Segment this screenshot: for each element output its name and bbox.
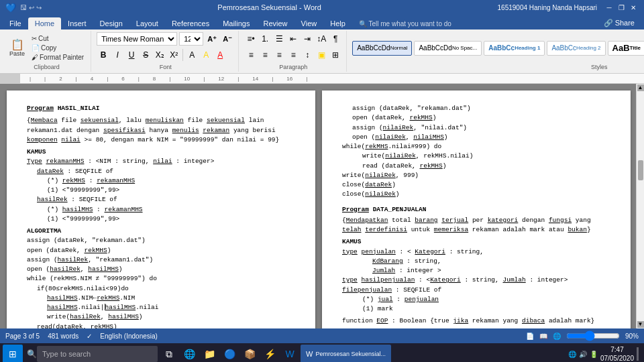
increase-indent-button[interactable]: ⇥: [301, 32, 314, 46]
ruler: | | 2 | 4 | 6 | 8 | 10 | 12 | 14 | 16 |: [0, 74, 644, 84]
zoom-level: 90%: [625, 333, 639, 340]
speaker-icon[interactable]: 🔊: [579, 351, 587, 358]
network-icon[interactable]: 🌐: [568, 351, 576, 358]
font-items: Times New Roman 12 A⁺ A⁻ B I U S X₂ X² A…: [97, 32, 234, 64]
search-taskbar: 🔍: [24, 345, 158, 362]
style-heading2[interactable]: AaBbCcHeading 2: [547, 41, 605, 56]
close-button[interactable]: ✕: [628, 2, 639, 13]
file-explorer-icon[interactable]: 📁: [200, 345, 219, 362]
italic-button[interactable]: I: [111, 48, 124, 62]
word-count: 481 words: [48, 333, 78, 340]
scroll-up-button[interactable]: ▲: [637, 84, 644, 91]
word-doc-name: Pemrosesan Sekuensial...: [315, 351, 386, 357]
numbering-button[interactable]: 1.: [258, 32, 272, 46]
track-changes-icon: ✓: [87, 333, 92, 340]
ribbon: 📋 Paste ✂ Cut 📄 Copy 🖌 Format Painter Cl…: [0, 29, 644, 74]
align-right-button[interactable]: ≡: [272, 48, 286, 62]
tab-home[interactable]: Home: [28, 17, 61, 29]
left-page-content: Program HASIL_NILAI {Membaca file sekuen…: [27, 104, 295, 328]
clipboard-label: Clipboard: [34, 64, 60, 70]
tab-references[interactable]: References: [165, 17, 216, 29]
font-size-select[interactable]: 12: [179, 32, 203, 46]
styles-items: AaBbCcDdNormal AaBbCcDdNo Spac... AaBbCc…: [352, 32, 644, 64]
search-icon: 🔍: [27, 349, 37, 359]
bold-button[interactable]: B: [97, 48, 110, 62]
bullets-button[interactable]: ≡•: [244, 32, 258, 46]
clipboard-items: 📋 Paste ✂ Cut 📄 Copy 🖌 Format Painter: [7, 32, 87, 64]
ribbon-tabs: File Home Insert Design Layout Reference…: [0, 15, 644, 29]
battery-icon[interactable]: 🔋: [590, 351, 598, 358]
justify-button[interactable]: ≡: [286, 48, 300, 62]
edge-icon[interactable]: 🌐: [180, 345, 199, 362]
align-left-button[interactable]: ≡: [244, 48, 258, 62]
format-painter-button[interactable]: 🖌 Format Painter: [29, 53, 87, 62]
font-name-select[interactable]: Times New Roman: [97, 32, 177, 46]
taskbar: ⊞ 🔍 ⧉ 🌐 📁 🔵 📦 ⚡ W W Pemrosesan Sekuensia…: [0, 343, 644, 362]
clock[interactable]: 7:47 07/05/2020: [600, 345, 634, 362]
taskbar-search-input[interactable]: [37, 346, 158, 362]
text-effects-button[interactable]: A: [185, 48, 199, 62]
style-normal[interactable]: AaBbCcDdNormal: [352, 41, 412, 56]
sort-button[interactable]: ↕A: [315, 32, 328, 46]
chrome-icon[interactable]: 🔵: [220, 345, 239, 362]
scroll-thumb[interactable]: [638, 160, 643, 180]
minimize-button[interactable]: ─: [604, 2, 614, 13]
borders-button[interactable]: ⊞: [329, 48, 342, 62]
app-icon-2[interactable]: W: [280, 345, 299, 362]
underline-button[interactable]: U: [125, 48, 138, 62]
line-spacing-button[interactable]: ↕: [301, 48, 314, 62]
subscript-button[interactable]: X₂: [153, 48, 166, 62]
start-button[interactable]: ⊞: [3, 345, 23, 362]
language-info: English (Indonesia): [100, 333, 158, 340]
style-nospace[interactable]: AaBbCcDdNo Spac...: [414, 41, 482, 56]
show-desktop-button[interactable]: [637, 347, 639, 361]
increase-font-button[interactable]: A⁺: [205, 32, 219, 46]
app-icon-1[interactable]: ⚡: [260, 345, 279, 362]
tab-view[interactable]: View: [294, 17, 324, 29]
show-formatting-button[interactable]: ¶: [329, 32, 342, 46]
decrease-indent-button[interactable]: ⇤: [286, 32, 300, 46]
task-view-button[interactable]: ⧉: [160, 345, 178, 362]
shading-button[interactable]: ▣: [315, 48, 328, 62]
scroll-down-button[interactable]: ▼: [637, 321, 644, 328]
cut-button[interactable]: ✂ Cut: [29, 34, 87, 43]
tab-review[interactable]: Review: [257, 17, 294, 29]
quick-access: 🖫 ↩ ↪: [20, 4, 42, 11]
align-center-button[interactable]: ≡: [258, 48, 272, 62]
vertical-scrollbar[interactable]: ▲ ▼: [636, 84, 644, 328]
decrease-font-button[interactable]: A⁻: [221, 32, 234, 46]
font-color-button[interactable]: A: [213, 48, 227, 62]
user-info: 16519004 Haning Nanda Hapsari: [498, 4, 597, 11]
paste-button[interactable]: 📋 Paste: [7, 38, 28, 58]
left-document-page[interactable]: Program HASIL_NILAI {Membaca file sekuen…: [7, 90, 315, 328]
tab-help[interactable]: Help: [323, 17, 352, 29]
word-taskbar-button[interactable]: W Pemrosesan Sekuensial...: [301, 345, 391, 362]
view-print-icon[interactable]: 📄: [526, 333, 534, 340]
highlight-button[interactable]: A: [199, 48, 213, 62]
tab-design[interactable]: Design: [93, 17, 129, 29]
multilevel-button[interactable]: ☰: [272, 32, 286, 46]
styles-label: Styles: [591, 64, 608, 70]
strikethrough-button[interactable]: S: [139, 48, 152, 62]
tab-mailings[interactable]: Mailings: [216, 17, 256, 29]
sep1: [182, 49, 183, 61]
dropbox-icon[interactable]: 📦: [240, 345, 259, 362]
share-button[interactable]: 🔗 Share: [597, 17, 641, 29]
right-document-page[interactable]: assign (dataRek, "rekaman.dat") open (da…: [322, 90, 631, 328]
tab-insert[interactable]: Insert: [61, 17, 93, 29]
view-read-icon[interactable]: 📖: [539, 333, 547, 340]
tab-tellme[interactable]: 🔍 Tell me what you want to do: [352, 18, 458, 29]
tab-file[interactable]: File: [3, 17, 28, 29]
word-logo: W: [306, 350, 313, 358]
style-heading1[interactable]: AaBbCcHeading 1: [484, 41, 545, 56]
zoom-slider[interactable]: [566, 333, 620, 339]
copy-button[interactable]: 📄 Copy: [29, 44, 87, 52]
view-web-icon[interactable]: 🌐: [553, 333, 561, 340]
document-scroll[interactable]: Program HASIL_NILAI {Membaca file sekuen…: [0, 84, 636, 328]
style-title[interactable]: AaBTitle: [608, 41, 644, 56]
title-bar-left: 💙 🖫 ↩ ↪: [5, 3, 42, 13]
restore-button[interactable]: ❐: [616, 2, 627, 13]
tab-layout[interactable]: Layout: [129, 17, 165, 29]
superscript-button[interactable]: X²: [167, 48, 180, 62]
paragraph-group: ≡• 1. ☰ ⇤ ⇥ ↕A ¶ ≡ ≡ ≡ ≡ ↕ ▣ ⊞ Paragraph: [240, 31, 347, 72]
